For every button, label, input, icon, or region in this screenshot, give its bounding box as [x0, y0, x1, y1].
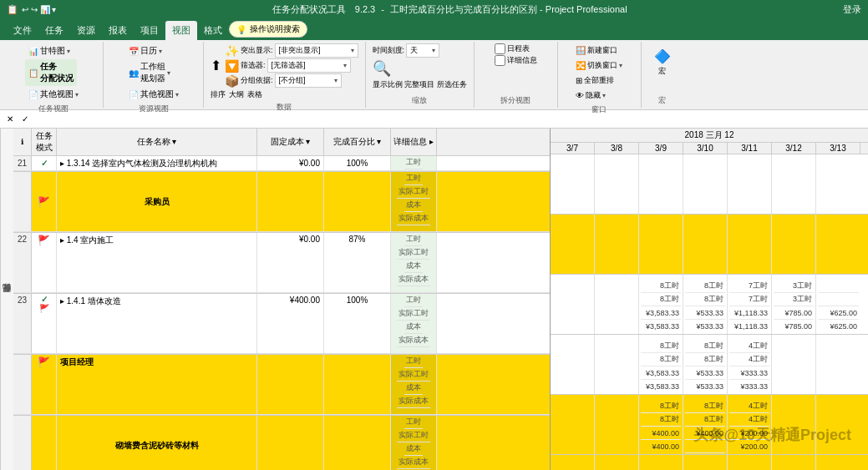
- arrange-all-label: 全部重排: [584, 75, 614, 86]
- gantt-row-22: 8工时 8工时 ¥3,583.33 ¥3,583.33 8工时 8工时 ¥533…: [551, 275, 868, 335]
- gc-22-4-wh: 7工时: [729, 280, 769, 293]
- gc-pm-2-cost: ¥400.00: [641, 427, 681, 440]
- group-dropdown[interactable]: [不分组] ▾: [275, 73, 342, 88]
- gc-pm-6: [816, 395, 860, 454]
- table-row[interactable]: 23 ✓ 🚩 ▸ 1.4.1 墙体改造 ¥400.00 100% 工时 实际工时…: [13, 294, 550, 354]
- cost-23: ¥400.00: [257, 294, 324, 353]
- row-num-22: 22: [13, 233, 32, 292]
- gc-22-6: ¥625.00 ¥625.00: [816, 275, 860, 334]
- row-num-buyer: [13, 172, 32, 231]
- confirm-formula-btn[interactable]: ✓: [18, 113, 32, 126]
- flag-icon-pm: 🚩: [38, 356, 50, 368]
- filter-arrow: ▾: [343, 62, 347, 69]
- search-bar[interactable]: 💡 操作说明搜索: [229, 21, 307, 38]
- table-row[interactable]: 砌墙费含泥砂砖等材料 工时 实际工时 成本 实际成本: [13, 416, 550, 470]
- ribbon-tabs: 文件 任务 资源 报表 项目 视图 格式 💡 操作说明搜索: [0, 18, 868, 40]
- tab-task[interactable]: 任务: [38, 21, 70, 40]
- other-view-btn[interactable]: 📄 其他视图 ▾: [25, 87, 82, 102]
- quick-access[interactable]: ↩ ↪ 📊 ▾: [22, 5, 56, 14]
- tab-resource[interactable]: 资源: [70, 21, 102, 40]
- gc-23-4-awh: 4工时: [729, 353, 769, 366]
- name-pm[interactable]: 项目经理: [57, 355, 257, 414]
- calendar-btn[interactable]: 📅 日历 ▾: [125, 43, 165, 58]
- data-content: ⬆ ✨ 突出显示: [非突出显示] ▾ 🔽 筛选器: [: [211, 43, 358, 100]
- gantt-row-buyer: [551, 215, 868, 275]
- gc-pm-2-acost: ¥400.00: [641, 440, 681, 453]
- split-view-label: 拆分视图: [500, 95, 530, 106]
- tab-view[interactable]: 视图: [165, 21, 197, 40]
- login-area[interactable]: 登录: [843, 3, 861, 16]
- gantt-days: 3/7 3/8 3/9 3/10 3/11 3/12 3/13: [551, 143, 868, 154]
- gc-b-0: [551, 215, 595, 274]
- header-fixed-cost[interactable]: 固定成本 ▾: [257, 129, 324, 155]
- time-scale-arrow: ▾: [432, 47, 435, 54]
- month-label: 2018 三月 12: [685, 129, 734, 141]
- hide-btn[interactable]: 👁 隐藏 ▾: [572, 88, 609, 103]
- gc-b-6: [816, 215, 860, 274]
- tab-project[interactable]: 项目: [134, 21, 165, 40]
- resource-view-content: 📅 日历 ▾ 👥 工作组规划器 ▾ 📄 其他视图 ▾: [125, 43, 182, 102]
- login-button[interactable]: 登录: [843, 4, 861, 14]
- gc-23-4: 4工时 4工时 ¥333.33 ¥333.33: [728, 335, 772, 394]
- flag-icon-buyer: 🚩: [38, 196, 50, 208]
- group-task-view: 📊 甘特图 ▾ 📋 任务分配状况 📄 其他视图 ▾ 任务视图: [3, 42, 104, 108]
- cost-21: ¥0.00: [257, 156, 324, 170]
- name-23[interactable]: ▸ 1.4.1 墙体改造: [57, 294, 257, 353]
- macro-label: 宏: [658, 95, 666, 106]
- gc-pm-3-acost: [685, 440, 725, 453]
- table-row[interactable]: 22 🚩 ▸ 1.4 室内施工 ¥0.00 87% 工时 实际工时 成本 实际成…: [13, 233, 550, 293]
- switch-window-btn[interactable]: 🔀 切换窗口 ▾: [572, 58, 626, 73]
- row-pm-group: 🚩 项目经理 工时 实际工时 成本 实际成本: [13, 355, 550, 416]
- tab-file[interactable]: 文件: [7, 21, 38, 40]
- gc-23-2: 8工时 8工时 ¥3,583.33 ¥3,583.33: [639, 335, 683, 394]
- name-22[interactable]: ▸ 1.4 室内施工: [57, 233, 257, 292]
- table-row[interactable]: 🚩 采购员 工时 实际工时 成本 实际成本: [13, 172, 550, 232]
- gc-22-4-cost: ¥1,118.33: [729, 306, 769, 320]
- task-assign-label: 任务分配状况: [40, 61, 74, 84]
- task-assign-btn[interactable]: 📋 任务分配状况: [25, 59, 77, 86]
- pct-23: 100%: [324, 294, 391, 353]
- tab-format[interactable]: 格式: [197, 21, 229, 40]
- workgroup-icon: 👥: [129, 68, 139, 78]
- other-view-arrow: ▾: [75, 91, 79, 99]
- time-scale-dropdown[interactable]: 天 ▾: [406, 43, 439, 58]
- gc-22-5: 3工时 3工时 ¥785.00 ¥785.00: [772, 275, 816, 334]
- gc-23-3: 8工时 8工时 ¥533.33 ¥533.33: [683, 335, 728, 394]
- table-row[interactable]: 21 ✓ ▸ 1.3.14 选择室内气体检测及治理机构机构 ¥0.00 100%…: [13, 156, 550, 171]
- highlight-dropdown[interactable]: [非突出显示] ▾: [275, 43, 358, 58]
- name-buyer[interactable]: 采购员: [57, 172, 257, 231]
- gc-pm-1: [595, 395, 639, 454]
- group-arrow: ▾: [334, 77, 338, 84]
- schedule-checkbox[interactable]: [495, 43, 505, 54]
- gc-pm-4-awh: 4工时: [729, 413, 769, 427]
- workgroup-btn[interactable]: 👥 工作组规划器 ▾: [125, 59, 174, 86]
- table-btn[interactable]: 表格: [247, 89, 262, 100]
- table-row[interactable]: 🚩 项目经理 工时 实际工时 成本 实际成本: [13, 355, 550, 415]
- large-view-btn[interactable]: 大纲: [229, 89, 244, 100]
- tab-report[interactable]: 报表: [102, 21, 134, 40]
- header-complete-pct[interactable]: 完成百分比 ▾: [324, 129, 391, 155]
- name-21[interactable]: ▸ 1.3.14 选择室内气体检测及治理机构机构: [57, 156, 257, 170]
- resource-other-btn[interactable]: 📄 其他视图 ▾: [125, 87, 182, 102]
- flag-icon-22: 🚩: [38, 235, 50, 246]
- arrange-all-btn[interactable]: ⊞ 全部重排: [572, 73, 617, 88]
- filter-dropdown[interactable]: [无筛选器] ▾: [267, 58, 351, 73]
- cost-22: ¥0.00: [257, 233, 324, 292]
- name-wall[interactable]: 砌墙费含泥砂砖等材料: [57, 416, 257, 470]
- header-name[interactable]: 任务名称 ▾: [57, 129, 257, 155]
- dl-wh-22: 工时: [404, 233, 423, 246]
- gantt-row-wall: ¥3,000.00 ¥3,000.00: [551, 455, 868, 470]
- detail-checkbox[interactable]: [495, 55, 505, 66]
- cost-pm: [257, 355, 324, 414]
- gc-23-3-acost: ¥533.33: [685, 380, 725, 393]
- new-window-btn[interactable]: 🪟 新建窗口: [572, 43, 621, 58]
- gc-23-2-wh: 8工时: [641, 340, 681, 353]
- dl-cost-b: 成本: [404, 199, 423, 212]
- gantt-btn[interactable]: 📊 甘特图 ▾: [25, 43, 74, 58]
- header-detail[interactable]: 详细信息 ▸: [391, 129, 437, 155]
- sort-btn[interactable]: 排序: [211, 89, 226, 100]
- close-formula-btn[interactable]: ✕: [3, 113, 17, 126]
- macro-btn[interactable]: 🔷 宏: [648, 43, 677, 79]
- show-all-btn[interactable]: 显示比例 完整项目 所选任务: [373, 79, 467, 90]
- group-label: 分组依据:: [241, 75, 273, 86]
